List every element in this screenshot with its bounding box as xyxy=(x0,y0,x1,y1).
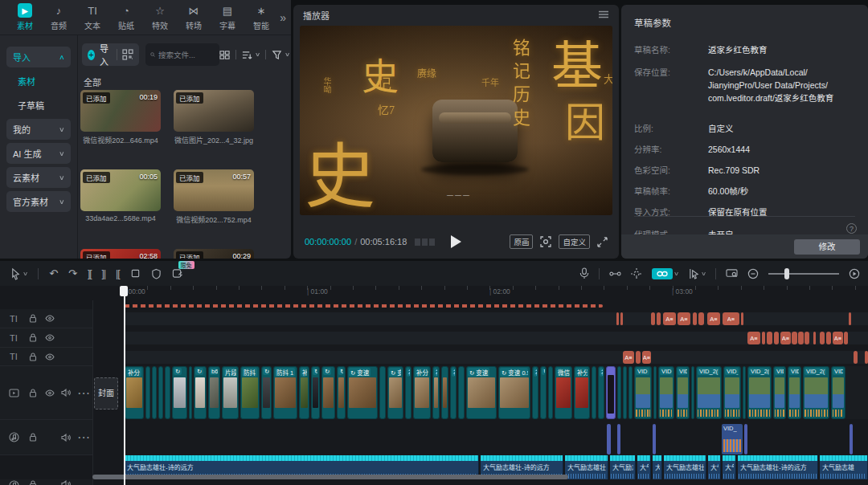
video-clip[interactable]: VID_2( xyxy=(803,366,829,419)
video-clip[interactable]: 补 xyxy=(598,366,604,419)
video-clip[interactable] xyxy=(165,366,170,419)
text-clip[interactable]: A≡ xyxy=(663,312,676,325)
video-clip[interactable]: 补分 xyxy=(125,366,144,419)
play-button[interactable] xyxy=(451,235,461,248)
music-clip[interactable]: 大气励志雄壮-诗的远方 xyxy=(738,455,818,479)
video-clip[interactable]: 防抖 1 xyxy=(273,366,297,419)
top-tab-captions[interactable]: ▤ 字幕 xyxy=(211,3,244,31)
text-clip[interactable] xyxy=(762,332,765,344)
text-clip[interactable] xyxy=(620,312,623,325)
visibility-icon[interactable] xyxy=(45,334,55,341)
text-clip[interactable] xyxy=(698,312,704,325)
horizontal-scrollbar[interactable] xyxy=(92,475,568,479)
video-clip[interactable] xyxy=(628,366,633,419)
text-clip[interactable]: A≡ xyxy=(707,312,720,325)
text-clip[interactable]: A≡ xyxy=(747,332,760,344)
video-clip[interactable]: VID_2( xyxy=(747,366,772,419)
mask-shield-icon[interactable] xyxy=(151,268,162,279)
fit-preview-icon[interactable] xyxy=(540,236,551,247)
toolbar-more-icon[interactable]: » xyxy=(280,11,286,24)
more-options-icon[interactable]: ⋯ xyxy=(77,385,90,401)
video-clip[interactable] xyxy=(606,366,616,419)
help-icon[interactable]: ? xyxy=(846,223,857,234)
video-clip[interactable] xyxy=(617,366,621,419)
visibility-icon[interactable] xyxy=(45,353,55,361)
video-clip[interactable]: 补分 xyxy=(574,366,590,419)
link-toggle-chevron-icon[interactable]: ∨ xyxy=(674,271,679,277)
top-tab-text[interactable]: TI 文本 xyxy=(76,3,109,31)
top-tab-transition[interactable]: ⋈ 转场 xyxy=(177,3,211,31)
music-clip[interactable]: 大气励志雄壮 xyxy=(565,455,608,479)
music-clip[interactable]: 大气 xyxy=(637,455,651,479)
sidebar-item-2[interactable]: 素材 xyxy=(6,71,71,92)
video-clip[interactable] xyxy=(743,366,746,419)
track-header-audio-2[interactable]: ⋯ xyxy=(0,479,92,485)
video-clip[interactable]: VID xyxy=(676,366,690,419)
video-clip[interactable]: ↻ xyxy=(172,366,187,419)
audio-fx-clip[interactable]: VID_ xyxy=(722,424,743,454)
text-clip[interactable] xyxy=(792,332,797,344)
video-clip[interactable] xyxy=(158,366,163,419)
video-clip[interactable] xyxy=(145,366,150,419)
music-clip[interactable]: 大气 xyxy=(708,455,721,479)
filter-chevron-icon[interactable]: ∨ xyxy=(285,51,290,58)
original-quality-button[interactable]: 原画 xyxy=(510,234,533,249)
text-clip[interactable]: A≡ xyxy=(780,332,791,344)
text-clip[interactable] xyxy=(651,312,655,325)
video-clip[interactable]: 补分 xyxy=(299,366,309,419)
link-toggle-icon[interactable]: ∨ xyxy=(652,268,678,279)
video-clip[interactable]: VID xyxy=(831,366,845,419)
video-clip[interactable]: VID_ xyxy=(723,366,741,419)
delete-icon[interactable] xyxy=(130,268,141,279)
text-clip[interactable] xyxy=(849,312,851,325)
fullscreen-icon[interactable] xyxy=(597,237,608,247)
modify-button[interactable]: 修改 xyxy=(794,239,860,255)
auto-snap-icon[interactable] xyxy=(631,268,642,279)
video-clip[interactable]: ↻ 变速 xyxy=(347,366,378,419)
top-tab-effects[interactable]: ☆ 特效 xyxy=(143,3,177,31)
video-clip[interactable]: VID xyxy=(634,366,652,419)
select-tool-icon[interactable]: ∨ xyxy=(10,267,27,280)
top-tab-smart[interactable]: ∗ 智能 xyxy=(244,3,278,31)
search-box[interactable] xyxy=(145,43,219,66)
text-clip[interactable] xyxy=(636,351,641,364)
text-clip[interactable] xyxy=(774,332,779,344)
text-clip[interactable] xyxy=(854,351,858,364)
video-clip[interactable] xyxy=(152,366,157,419)
track-header-text-1[interactable]: TI xyxy=(0,309,92,328)
sidebar-item-6[interactable]: 云素材 ∨ xyxy=(6,167,71,188)
player-menu-icon[interactable] xyxy=(598,8,609,22)
video-clip[interactable]: 片段 xyxy=(222,366,239,419)
sidebar-item-5[interactable]: AI 生成 ∨ xyxy=(6,143,71,164)
timeline-ruler[interactable]: 00:0001:0002:0003:00 xyxy=(0,286,868,300)
lock-icon[interactable] xyxy=(29,314,37,323)
cover-button[interactable]: 封面 xyxy=(94,377,118,410)
video-clip[interactable] xyxy=(653,366,657,419)
split-icon[interactable]: ][ xyxy=(88,268,92,279)
video-clip[interactable] xyxy=(691,366,694,419)
video-clip[interactable] xyxy=(441,366,448,419)
video-clip[interactable] xyxy=(623,366,627,419)
top-tab-media[interactable]: ▶ 素材 xyxy=(8,3,42,31)
record-voiceover-icon[interactable] xyxy=(579,267,589,279)
preview-follow-icon[interactable]: ∨ xyxy=(688,268,706,279)
sidebar-item-1[interactable]: 导入 ∧ xyxy=(6,47,71,67)
text-clip[interactable] xyxy=(657,312,661,325)
redo-icon[interactable]: ↷ xyxy=(68,267,77,279)
mute-icon[interactable] xyxy=(61,434,71,442)
sidebar-item-7[interactable]: 官方素材 ∨ xyxy=(6,191,71,212)
video-clip[interactable]: VID( xyxy=(773,366,786,419)
zoom-fit-icon[interactable] xyxy=(849,268,860,279)
search-input[interactable] xyxy=(158,51,215,59)
more-options-icon[interactable]: ⋯ xyxy=(77,480,90,485)
lock-icon[interactable] xyxy=(29,333,37,342)
video-clip[interactable]: VID_2( xyxy=(696,366,722,419)
video-clip[interactable]: 微信视频 xyxy=(555,366,572,419)
track-header-text-2[interactable]: TI xyxy=(0,328,92,348)
text-clip[interactable] xyxy=(826,332,831,344)
more-options-icon[interactable]: ⋯ xyxy=(77,430,90,445)
audio-fx-clip[interactable] xyxy=(744,424,747,454)
video-clip[interactable]: ↻ 变速 0.5 xyxy=(498,366,530,419)
timeline-zoom-slider[interactable] xyxy=(768,268,839,279)
video-clip[interactable]: 补分 xyxy=(413,366,431,419)
